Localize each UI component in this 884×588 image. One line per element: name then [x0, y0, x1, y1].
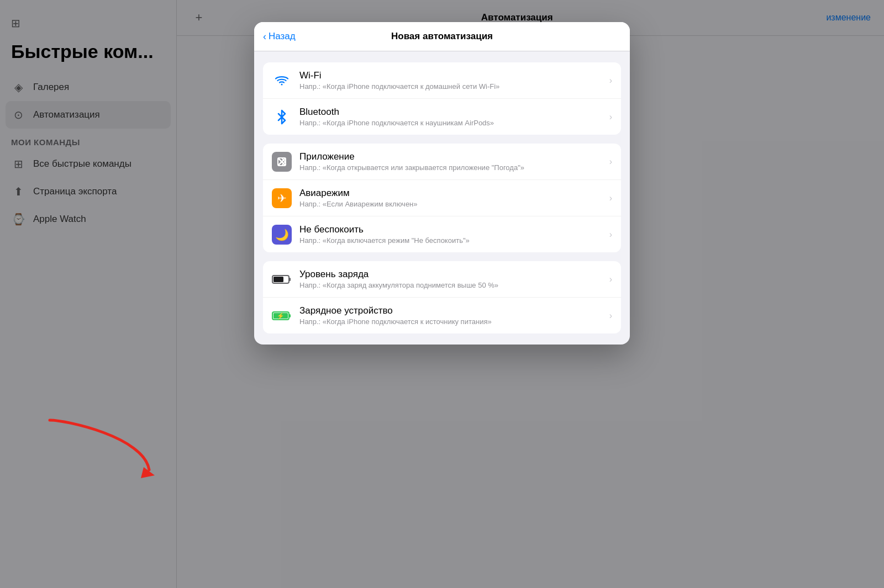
- modal-section-apps: Приложение Напр.: «Когда открывается или…: [263, 144, 621, 252]
- svg-rect-4: [273, 277, 283, 282]
- airplane-row-icon: ✈: [272, 188, 292, 208]
- modal-row-airplane[interactable]: ✈ Авиарежим Напр.: «Если Авиарежим включ…: [263, 180, 621, 216]
- dnd-row-text: Не беспокоить Напр.: «Когда включается р…: [299, 224, 602, 245]
- airplane-title: Авиарежим: [299, 188, 602, 199]
- charger-subtitle: Напр.: «Когда iPhone подключается к исто…: [299, 317, 602, 326]
- svg-rect-6: [289, 314, 291, 317]
- modal-header: ‹ Назад Новая автоматизация: [254, 22, 630, 51]
- battery-level-title: Уровень заряда: [299, 269, 602, 280]
- modal-back-label: Назад: [269, 31, 296, 42]
- bluetooth-row-text: Bluetooth Напр.: «Когда iPhone подключае…: [299, 107, 602, 127]
- charger-row-text: Зарядное устройство Напр.: «Когда iPhone…: [299, 305, 602, 326]
- back-chevron-icon: ‹: [263, 31, 266, 43]
- battery-level-row-text: Уровень заряда Напр.: «Когда заряд аккум…: [299, 269, 602, 289]
- modal-row-wifi[interactable]: Wi-Fi Напр.: «Когда iPhone подключается …: [263, 62, 621, 99]
- wifi-title: Wi-Fi: [299, 70, 602, 81]
- dnd-row-icon: 🌙: [272, 225, 292, 245]
- modal-overlay: ‹ Назад Новая автоматизация: [0, 0, 884, 588]
- modal-row-battery-level[interactable]: Уровень заряда Напр.: «Когда заряд аккум…: [263, 261, 621, 298]
- modal-row-charger[interactable]: ⚡ Зарядное устройство Напр.: «Когда iPho…: [263, 298, 621, 333]
- battery-level-chevron-icon: ›: [609, 274, 612, 284]
- charger-chevron-icon: ›: [609, 311, 612, 321]
- dnd-title: Не беспокоить: [299, 224, 602, 235]
- bluetooth-title: Bluetooth: [299, 107, 602, 118]
- battery-level-row-icon: [272, 269, 292, 289]
- svg-text:⚡: ⚡: [277, 312, 285, 320]
- modal-section-connectivity: Wi-Fi Напр.: «Когда iPhone подключается …: [263, 62, 621, 135]
- wifi-row-text: Wi-Fi Напр.: «Когда iPhone подключается …: [299, 70, 602, 91]
- dnd-chevron-icon: ›: [609, 230, 612, 240]
- charger-title: Зарядное устройство: [299, 305, 602, 316]
- airplane-row-text: Авиарежим Напр.: «Если Авиарежим включен…: [299, 188, 602, 208]
- modal-row-app[interactable]: Приложение Напр.: «Когда открывается или…: [263, 144, 621, 180]
- wifi-subtitle: Напр.: «Когда iPhone подключается к дома…: [299, 82, 602, 91]
- modal-body: Wi-Fi Напр.: «Когда iPhone подключается …: [254, 51, 630, 345]
- bluetooth-row-icon: [272, 107, 292, 127]
- bluetooth-chevron-icon: ›: [609, 112, 612, 122]
- airplane-chevron-icon: ›: [609, 193, 612, 203]
- app-subtitle: Напр.: «Когда открывается или закрываетс…: [299, 163, 602, 172]
- modal-title: Новая автоматизация: [391, 31, 493, 42]
- airplane-subtitle: Напр.: «Если Авиарежим включен»: [299, 200, 602, 208]
- modal-section-battery: Уровень заряда Напр.: «Когда заряд аккум…: [263, 261, 621, 333]
- charger-row-icon: ⚡: [272, 306, 292, 326]
- app-row-icon: [272, 152, 292, 172]
- modal: ‹ Назад Новая автоматизация: [254, 22, 630, 345]
- dnd-subtitle: Напр.: «Когда включается режим "Не беспо…: [299, 236, 602, 245]
- battery-level-subtitle: Напр.: «Когда заряд аккумулятора подниме…: [299, 281, 602, 289]
- modal-back-button[interactable]: ‹ Назад: [263, 31, 296, 43]
- bluetooth-subtitle: Напр.: «Когда iPhone подключается к науш…: [299, 119, 602, 127]
- wifi-chevron-icon: ›: [609, 76, 612, 86]
- modal-row-dnd[interactable]: 🌙 Не беспокоить Напр.: «Когда включается…: [263, 216, 621, 252]
- app-row-text: Приложение Напр.: «Когда открывается или…: [299, 151, 602, 172]
- svg-rect-3: [289, 278, 291, 281]
- modal-row-bluetooth[interactable]: Bluetooth Напр.: «Когда iPhone подключае…: [263, 99, 621, 135]
- app-chevron-icon: ›: [609, 157, 612, 167]
- app-title: Приложение: [299, 151, 602, 162]
- wifi-row-icon: [272, 71, 292, 91]
